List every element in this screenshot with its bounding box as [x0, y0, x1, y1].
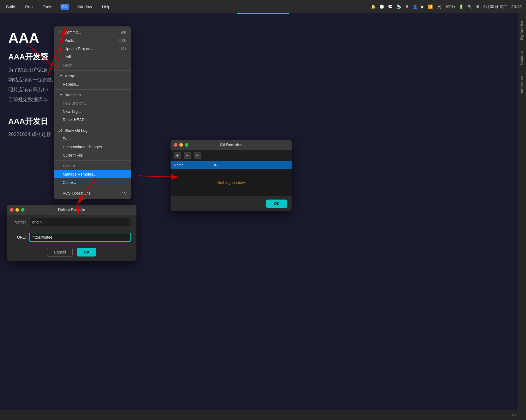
- menu-display-icon: 🖥: [405, 4, 409, 9]
- add-remote-button[interactable]: +: [174, 152, 181, 159]
- update-check-icon: ✓: [58, 47, 63, 51]
- menu-item-clone[interactable]: Clone...: [54, 178, 131, 187]
- menu-item-reset-head[interactable]: Reset HEAD...: [54, 116, 131, 124]
- define-remote-close-button[interactable]: [10, 208, 13, 212]
- define-remote-maximize-button[interactable]: [21, 208, 24, 212]
- sidebar-tab-notifications[interactable]: Notifications: [520, 76, 524, 94]
- menu-play-icon: ▶: [421, 4, 424, 9]
- url-label: URL:: [12, 235, 26, 239]
- name-label: Name:: [12, 220, 26, 224]
- menu-item-new-branch: New Branch...: [54, 99, 131, 107]
- define-remote-footer: Cancel OK: [7, 245, 136, 261]
- menu-wifi-icon: 📶: [428, 4, 433, 9]
- git-remotes-titlebar: Git Remotes: [171, 140, 292, 150]
- minimize-button[interactable]: [179, 143, 183, 147]
- progress-bar-area: [0, 13, 526, 14]
- menu-item-rebase[interactable]: Rebase...: [54, 80, 131, 88]
- url-input[interactable]: [29, 233, 131, 242]
- column-name-header: Name: [174, 163, 212, 167]
- menu-item-manage-remotes[interactable]: Manage Remotes...: [54, 170, 131, 178]
- git-remotes-table-header: Name URL: [171, 161, 292, 169]
- separator-2: [54, 89, 131, 90]
- menu-build[interactable]: Build: [4, 4, 17, 10]
- git-dropdown-menu: ✓ Commit... ⌘K ✓ Push... ⇧⌘K ✓ Update Pr…: [54, 26, 131, 199]
- close-button[interactable]: [174, 143, 177, 147]
- menu-keyboard-icon: [A]: [437, 4, 441, 9]
- sidebar-tab-database[interactable]: Database: [520, 51, 524, 65]
- menu-window[interactable]: Window: [76, 4, 94, 10]
- menu-help[interactable]: Help: [100, 4, 112, 10]
- github-arrow-icon: ›: [125, 164, 127, 168]
- define-remote-dialog: Define Remote Name: URL: Cancel OK: [7, 205, 136, 261]
- uncommitted-arrow-icon: ›: [125, 145, 127, 149]
- status-bar: ⚙ −: [0, 410, 526, 420]
- menu-item-vcs-operations[interactable]: VCS Operations ^ V: [54, 189, 131, 197]
- column-url-header: URL: [212, 163, 288, 167]
- define-remote-window-controls: [10, 208, 24, 212]
- define-remote-ok-button[interactable]: OK: [77, 248, 96, 257]
- menu-notification-icon: 🔔: [371, 4, 376, 9]
- empty-message: Nothing to show: [217, 180, 245, 185]
- branches-icon: ⎇: [58, 93, 63, 97]
- edit-remote-button[interactable]: ✏: [194, 152, 201, 159]
- maximize-button[interactable]: [185, 143, 188, 147]
- menu-run[interactable]: Run: [23, 4, 34, 10]
- right-sidebar: Big Data Tools Database Notifications: [518, 13, 526, 420]
- menu-item-show-git-log[interactable]: ⎇ Show Git Log: [54, 126, 131, 135]
- git-log-icon: ⎇: [58, 129, 63, 132]
- define-remote-cancel-button[interactable]: Cancel: [47, 248, 73, 257]
- git-remotes-table-body: Nothing to show: [171, 169, 292, 196]
- menubar: Build Run Tools Git Window Help 🔔 🕐 💬 📡 …: [0, 0, 526, 13]
- menu-search-icon[interactable]: 🔍: [467, 4, 472, 9]
- sidebar-tab-bigdata[interactable]: Big Data Tools: [520, 19, 524, 40]
- menubar-left: Build Run Tools Git Window Help: [4, 4, 112, 10]
- name-form-row: Name:: [7, 215, 136, 230]
- menu-item-new-tag[interactable]: New Tag...: [54, 107, 131, 116]
- git-remotes-ok-button[interactable]: OK: [266, 200, 287, 208]
- window-controls: [174, 143, 188, 147]
- url-form-row: URL:: [7, 230, 136, 245]
- editor-area: AAA AAA开发暨 为了防止用户恶意 登录和上传需要验证码验证 网站应该有一定…: [0, 13, 526, 420]
- menu-item-current-file[interactable]: Current File ›: [54, 151, 131, 159]
- menu-datetime: 5月30日 周二 20:19: [483, 4, 522, 9]
- commit-check-icon: ✓: [58, 30, 63, 34]
- remove-remote-button[interactable]: −: [184, 152, 191, 159]
- status-minus-icon[interactable]: −: [519, 413, 522, 418]
- define-remote-title: Define Remote: [58, 208, 85, 212]
- git-remotes-footer: OK: [171, 196, 292, 211]
- menu-item-merge[interactable]: ⎇ Merge...: [54, 72, 131, 80]
- define-remote-minimize-button[interactable]: [15, 208, 19, 212]
- separator-4: [54, 160, 131, 161]
- menu-item-commit[interactable]: ✓ Commit... ⌘K: [54, 28, 131, 36]
- separator-3: [54, 125, 131, 125]
- merge-branch-icon: ⎇: [58, 74, 63, 78]
- menu-wechat-icon: 💬: [388, 4, 393, 9]
- name-input[interactable]: [29, 218, 131, 226]
- menu-item-github[interactable]: GitHub ›: [54, 162, 131, 170]
- menu-item-push[interactable]: ✓ Push... ⇧⌘K: [54, 36, 131, 45]
- menu-item-uncommitted-changes[interactable]: Uncommitted Changes ›: [54, 143, 131, 151]
- define-remote-titlebar: Define Remote: [7, 205, 136, 215]
- menu-tools[interactable]: Tools: [41, 4, 54, 10]
- push-check-icon: ✓: [58, 38, 63, 43]
- separator-1: [54, 70, 131, 71]
- menu-item-update-project[interactable]: ✓ Update Project... ⌘T: [54, 45, 131, 53]
- menu-user-icon: 👤: [413, 4, 417, 9]
- current-file-arrow-icon: ›: [125, 153, 127, 157]
- status-gear-icon[interactable]: ⚙: [512, 413, 516, 418]
- menu-clock-icon: 🕐: [379, 4, 384, 9]
- menu-git[interactable]: Git: [61, 4, 69, 10]
- git-remotes-dialog: Git Remotes + − ✏ Name URL Nothing to sh…: [171, 140, 292, 211]
- separator-5: [54, 188, 131, 188]
- menu-item-pull[interactable]: Pull...: [54, 53, 131, 61]
- menu-item-patch[interactable]: Patch ›: [54, 135, 131, 143]
- battery-level: 100%: [445, 4, 455, 9]
- patch-arrow-icon: ›: [125, 137, 127, 141]
- menubar-right: 🔔 🕐 💬 📡 🖥 👤 ▶ 📶 [A] 100% 🔋 🔍 ⚙ 5月30日 周二 …: [371, 4, 522, 9]
- menu-wifi-2-icon: 📡: [396, 4, 401, 9]
- menu-item-fetch: Fetch: [54, 61, 131, 69]
- progress-bar-fill: [237, 13, 289, 14]
- git-remotes-title: Git Remotes: [220, 143, 242, 147]
- menu-battery-icon: 🔋: [459, 4, 464, 9]
- menu-item-branches[interactable]: ⎇ Branches...: [54, 91, 131, 99]
